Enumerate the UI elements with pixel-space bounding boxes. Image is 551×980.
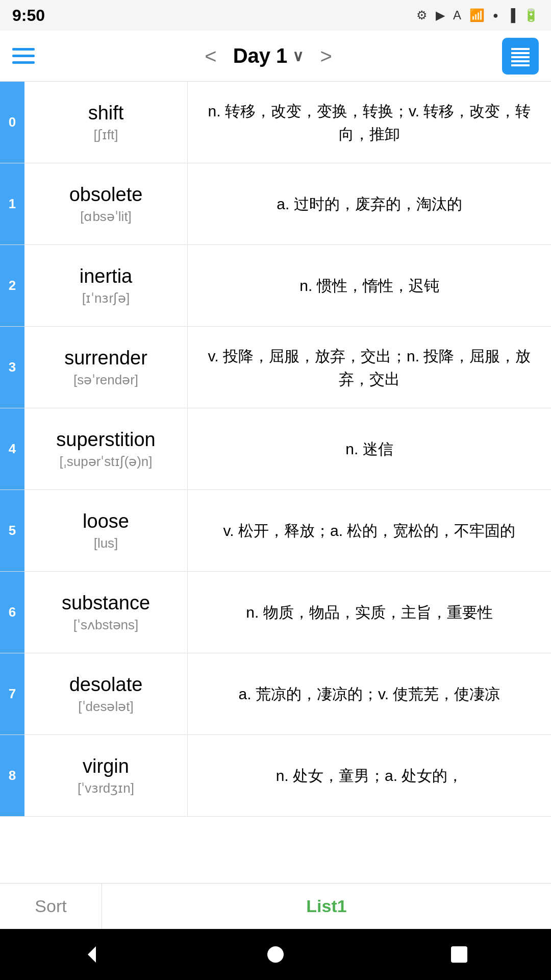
row-word: shift[ʃɪft] bbox=[24, 82, 188, 163]
row-index: 5 bbox=[0, 490, 24, 571]
word-row[interactable]: 3surrender[səˈrendər]v. 投降，屈服，放弃，交出；n. 投… bbox=[0, 327, 551, 408]
word-phonetic: [ɪˈnɜrʃə] bbox=[82, 290, 130, 306]
row-word: substance[ˈsʌbstəns] bbox=[24, 572, 188, 653]
row-word: virgin[ˈvɜrdʒɪn] bbox=[24, 735, 188, 816]
word-english: surrender bbox=[64, 347, 147, 369]
word-phonetic: [ˈvɜrdʒɪn] bbox=[78, 780, 134, 796]
word-phonetic: [ˈsʌbstəns] bbox=[73, 617, 139, 633]
word-list: 0shift[ʃɪft]n. 转移，改变，变换，转换；v. 转移，改变，转向，推… bbox=[0, 82, 551, 883]
play-icon: ▶ bbox=[436, 8, 445, 22]
row-index: 3 bbox=[0, 327, 24, 408]
word-row[interactable]: 0shift[ʃɪft]n. 转移，改变，变换，转换；v. 转移，改变，转向，推… bbox=[0, 82, 551, 163]
word-row[interactable]: 8virgin[ˈvɜrdʒɪn]n. 处女，童男；a. 处女的， bbox=[0, 735, 551, 817]
word-phonetic: [ˈdesələt] bbox=[78, 699, 133, 715]
back-nav-button[interactable] bbox=[80, 942, 104, 967]
wifi-icon: 📶 bbox=[469, 8, 485, 22]
word-row[interactable]: 4superstition[ˌsupərˈstɪʃ(ə)n]n. 迷信 bbox=[0, 408, 551, 490]
chevron-down-icon: ∨ bbox=[292, 47, 304, 65]
next-button[interactable]: > bbox=[320, 46, 332, 66]
word-english: desolate bbox=[69, 674, 143, 696]
bottom-tabs: Sort List1 bbox=[0, 883, 551, 929]
row-index: 7 bbox=[0, 653, 24, 734]
day-title-text: Day 1 bbox=[233, 44, 288, 67]
status-icons: ⚙ ▶ A 📶 ● ▐ 🔋 bbox=[416, 8, 539, 22]
word-english: superstition bbox=[56, 429, 155, 451]
word-english: shift bbox=[88, 102, 124, 124]
svg-rect-4 bbox=[511, 64, 530, 66]
sort-tab[interactable]: Sort bbox=[0, 884, 102, 929]
row-definition: n. 转移，改变，变换，转换；v. 转移，改变，转向，推卸 bbox=[188, 82, 551, 163]
row-definition: n. 迷信 bbox=[188, 408, 551, 489]
word-row[interactable]: 6substance[ˈsʌbstəns]n. 物质，物品，实质，主旨，重要性 bbox=[0, 572, 551, 653]
word-phonetic: [ɑbsəˈlit] bbox=[80, 209, 132, 225]
svg-rect-2 bbox=[511, 56, 530, 58]
toolbar: < Day 1 ∨ > bbox=[0, 31, 551, 82]
word-english: virgin bbox=[83, 755, 129, 777]
row-word: desolate[ˈdesələt] bbox=[24, 653, 188, 734]
row-index: 6 bbox=[0, 572, 24, 653]
home-nav-button[interactable] bbox=[263, 942, 288, 967]
svg-rect-1 bbox=[511, 52, 530, 54]
status-time: 9:50 bbox=[12, 6, 45, 25]
dot-icon: ● bbox=[493, 10, 498, 21]
word-row[interactable]: 1obsolete[ɑbsəˈlit]a. 过时的，废弃的，淘汰的 bbox=[0, 163, 551, 245]
svg-marker-5 bbox=[88, 946, 96, 963]
list-icon bbox=[508, 44, 533, 68]
word-english: loose bbox=[83, 510, 129, 532]
nav-bar bbox=[0, 929, 551, 980]
row-index: 2 bbox=[0, 245, 24, 326]
word-phonetic: [ʃɪft] bbox=[94, 127, 118, 143]
recent-nav-icon bbox=[447, 942, 471, 967]
menu-button[interactable] bbox=[12, 48, 35, 64]
svg-rect-3 bbox=[511, 60, 530, 62]
gear-icon: ⚙ bbox=[416, 8, 428, 22]
prev-button[interactable]: < bbox=[205, 46, 216, 66]
back-nav-icon bbox=[80, 942, 104, 967]
word-phonetic: [səˈrendər] bbox=[73, 372, 138, 388]
row-word: inertia[ɪˈnɜrʃə] bbox=[24, 245, 188, 326]
word-phonetic: [lus] bbox=[94, 535, 118, 551]
row-word: surrender[səˈrendər] bbox=[24, 327, 188, 408]
row-definition: v. 投降，屈服，放弃，交出；n. 投降，屈服，放弃，交出 bbox=[188, 327, 551, 408]
row-word: obsolete[ɑbsəˈlit] bbox=[24, 163, 188, 244]
word-row[interactable]: 7desolate[ˈdesələt]a. 荒凉的，凄凉的；v. 使荒芜，使凄凉 bbox=[0, 653, 551, 735]
row-index: 8 bbox=[0, 735, 24, 816]
home-nav-icon bbox=[263, 942, 288, 967]
row-word: superstition[ˌsupərˈstɪʃ(ə)n] bbox=[24, 408, 188, 489]
row-definition: n. 惯性，惰性，迟钝 bbox=[188, 245, 551, 326]
recent-nav-button[interactable] bbox=[447, 942, 471, 967]
svg-point-6 bbox=[267, 946, 284, 963]
row-word: loose[lus] bbox=[24, 490, 188, 571]
row-index: 4 bbox=[0, 408, 24, 489]
svg-rect-7 bbox=[451, 946, 467, 963]
row-index: 0 bbox=[0, 82, 24, 163]
list-view-button[interactable] bbox=[502, 38, 539, 75]
word-row[interactable]: 5loose[lus]v. 松开，释放；a. 松的，宽松的，不牢固的 bbox=[0, 490, 551, 572]
word-row[interactable]: 2inertia[ɪˈnɜrʃə]n. 惯性，惰性，迟钝 bbox=[0, 245, 551, 327]
sort-tab-label: Sort bbox=[35, 896, 66, 916]
toolbar-center: < Day 1 ∨ > bbox=[205, 44, 332, 67]
day-title[interactable]: Day 1 ∨ bbox=[233, 44, 304, 67]
row-definition: n. 物质，物品，实质，主旨，重要性 bbox=[188, 572, 551, 653]
signal-icon: ▐ bbox=[507, 8, 515, 22]
svg-rect-0 bbox=[511, 48, 530, 50]
word-phonetic: [ˌsupərˈstɪʃ(ə)n] bbox=[59, 454, 152, 470]
word-english: inertia bbox=[80, 265, 133, 287]
list1-tab[interactable]: List1 bbox=[102, 884, 551, 929]
row-definition: v. 松开，释放；a. 松的，宽松的，不牢固的 bbox=[188, 490, 551, 571]
row-index: 1 bbox=[0, 163, 24, 244]
word-english: substance bbox=[62, 592, 150, 614]
status-bar: 9:50 ⚙ ▶ A 📶 ● ▐ 🔋 bbox=[0, 0, 551, 31]
row-definition: a. 过时的，废弃的，淘汰的 bbox=[188, 163, 551, 244]
a-icon: A bbox=[453, 8, 461, 22]
battery-icon: 🔋 bbox=[523, 8, 539, 22]
word-english: obsolete bbox=[69, 184, 143, 206]
row-definition: a. 荒凉的，凄凉的；v. 使荒芜，使凄凉 bbox=[188, 653, 551, 734]
list1-tab-label: List1 bbox=[306, 896, 346, 916]
row-definition: n. 处女，童男；a. 处女的， bbox=[188, 735, 551, 816]
